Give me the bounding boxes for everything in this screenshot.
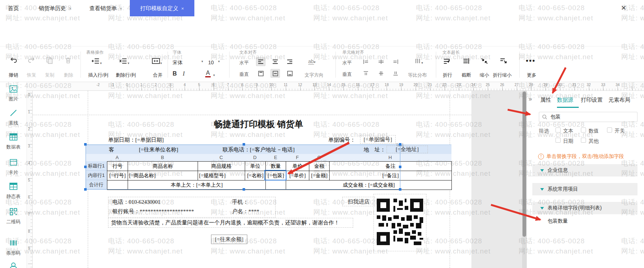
- filter-checkbox-switch[interactable]: [607, 127, 612, 133]
- table-cell[interactable]: [=商品名称]: [128, 171, 198, 180]
- col-letter[interactable]: A: [116, 155, 119, 160]
- table-cell[interactable]: [=金额]: [309, 171, 330, 180]
- cell-align-right-icon[interactable]: [391, 57, 400, 66]
- table-cell[interactable]: 备注: [330, 162, 452, 171]
- selection-handle[interactable]: [243, 188, 245, 191]
- table-cell[interactable]: [=规格型号]: [198, 171, 245, 180]
- table-cell[interactable]: [107, 180, 128, 190]
- contact-field[interactable]: 联系电话：[=客户地址－电话]: [223, 146, 294, 153]
- table-cell[interactable]: 商品规格: [198, 162, 245, 171]
- col-letter[interactable]: D: [253, 155, 256, 160]
- section-system-items[interactable]: 系统常用项目: [532, 183, 637, 195]
- sidebar-item-barcode[interactable]: 条形码: [0, 239, 27, 256]
- row-label-total[interactable]: 合计行: [86, 180, 107, 190]
- col-letter[interactable]: C: [219, 155, 223, 160]
- truncate-button[interactable]: 截断: [461, 72, 472, 78]
- filter-text-label[interactable]: 文本: [563, 128, 573, 134]
- qr-code[interactable]: [373, 194, 426, 251]
- table-cell[interactable]: 成交金额：[=成交金额]: [286, 180, 452, 190]
- table-cell[interactable]: [=单价]: [286, 171, 309, 180]
- filter-date-label[interactable]: 日期: [563, 138, 573, 145]
- tab-sales-history[interactable]: 销货单历史×: [32, 0, 78, 16]
- insert-row-col-icon[interactable]: ▾: [91, 58, 102, 66]
- text-direction-button[interactable]: 文字方向: [303, 72, 325, 78]
- section-company-info[interactable]: 企业信息: [532, 164, 637, 176]
- tab-close-icon[interactable]: ×: [69, 6, 72, 11]
- tab-print-template-editor[interactable]: 打印模板自定义×: [130, 0, 194, 16]
- undo-button[interactable]: 撤销: [7, 72, 20, 78]
- shrink-icon[interactable]: [481, 58, 488, 66]
- filter-checkbox-other[interactable]: [581, 138, 586, 143]
- table-cell[interactable]: 单价: [286, 162, 309, 171]
- search-input[interactable]: [550, 114, 624, 120]
- tab-home[interactable]: 首页: [4, 0, 22, 16]
- font-size-select[interactable]: 10▾: [208, 60, 220, 65]
- col-letter[interactable]: F: [296, 155, 299, 160]
- more-icon[interactable]: •••: [526, 57, 536, 65]
- valign-top-button[interactable]: [256, 69, 265, 78]
- row-label-header[interactable]: 标题行1: [86, 161, 107, 171]
- filter-checkbox-date[interactable]: [556, 138, 561, 143]
- sidebar-item-card[interactable]: 卡片: [0, 158, 27, 176]
- wrap-icon[interactable]: [443, 58, 450, 66]
- doc-no-field[interactable]: [=单据编号]: [360, 135, 396, 144]
- tab-close-icon[interactable]: ×: [181, 6, 184, 11]
- account-field[interactable]: 户名：****: [232, 208, 259, 215]
- undo-icon[interactable]: [9, 57, 17, 65]
- font-family-select[interactable]: 宋体▾: [173, 60, 203, 66]
- col-letter[interactable]: H: [388, 155, 392, 160]
- distribute-icon[interactable]: ▾: [415, 58, 423, 65]
- table-cell-selected[interactable]: [=包装]: [266, 171, 286, 180]
- sidebar-item-image[interactable]: 图片: [0, 85, 27, 102]
- col-letter[interactable]: G: [317, 155, 321, 160]
- mobile-field[interactable]: 手机：: [232, 199, 248, 206]
- tab-close-icon[interactable]: ×: [120, 6, 123, 11]
- cell-valign-middle-icon[interactable]: [376, 69, 386, 78]
- text-direction-icon[interactable]: ab▾: [308, 58, 315, 65]
- sidebar-item-partial[interactable]: [0, 262, 27, 268]
- bold-button[interactable]: B: [173, 70, 177, 77]
- panel-collapse-icon[interactable]: [529, 96, 532, 102]
- filter-checkbox-number[interactable]: [581, 127, 586, 133]
- field-search-box[interactable]: [539, 112, 637, 122]
- cell-valign-top-icon[interactable]: [361, 69, 371, 78]
- italic-button[interactable]: I: [183, 70, 185, 77]
- selection-handle[interactable]: [84, 166, 87, 168]
- qr-label-box[interactable]: 扫我进店: [342, 197, 375, 206]
- redo-icon[interactable]: [28, 57, 36, 65]
- row-label-content[interactable]: 内容行1: [86, 171, 107, 180]
- redo-button[interactable]: 恢复: [25, 72, 38, 78]
- sidebar-item-qrcode[interactable]: 二维码: [0, 208, 27, 225]
- filter-switch-label[interactable]: 开关: [615, 128, 625, 134]
- shrink-button[interactable]: 缩小: [479, 72, 490, 78]
- col-letter[interactable]: E: [274, 155, 277, 160]
- truncate-icon[interactable]: [463, 58, 470, 66]
- table-cell[interactable]: 商品名称: [128, 162, 198, 171]
- delete-row-col-icon[interactable]: ▾: [119, 58, 129, 66]
- more-button[interactable]: 更多: [524, 72, 539, 78]
- sidebar-item-line[interactable]: 直线: [0, 109, 27, 126]
- distribute-button[interactable]: 等比分布: [406, 72, 429, 78]
- customer-field[interactable]: [=往来单位名称]: [139, 146, 178, 153]
- sidebar-item-static-table[interactable]: 静态表: [0, 182, 27, 200]
- selection-handle[interactable]: [84, 143, 87, 146]
- cell-valign-bottom-icon[interactable]: [391, 69, 400, 78]
- merge-cells-button[interactable]: 合并: [149, 72, 166, 78]
- wrap-shrink-button[interactable]: 折行缩小: [491, 72, 513, 78]
- table-cell[interactable]: [=名称]: [245, 171, 266, 180]
- copy-button[interactable]: 复制: [43, 72, 57, 78]
- close-icon[interactable]: [618, 2, 629, 14]
- filter-number-label[interactable]: 数值: [589, 128, 599, 134]
- selection-handle[interactable]: [399, 143, 401, 146]
- selection-handle[interactable]: [399, 166, 401, 168]
- sidebar-item-data-table[interactable]: 数据表: [0, 133, 27, 150]
- section-detail-fields[interactable]: 表格详细字段(明细列表): [532, 202, 637, 214]
- col-letter[interactable]: B: [161, 155, 164, 160]
- bank-field[interactable]: 银行账号：********************: [112, 208, 194, 215]
- table-cell[interactable]: 本单上欠：[=本单上欠]: [128, 180, 266, 190]
- field-item-package-qty[interactable]: 包装数量: [548, 218, 568, 224]
- table-cell[interactable]: 单位: [245, 162, 266, 171]
- panel-tab-properties[interactable]: 属性: [540, 97, 551, 103]
- chevron-down-icon[interactable]: ▾: [213, 73, 215, 77]
- doc-date-field[interactable]: 单据日期：[=单据日期]: [108, 137, 164, 143]
